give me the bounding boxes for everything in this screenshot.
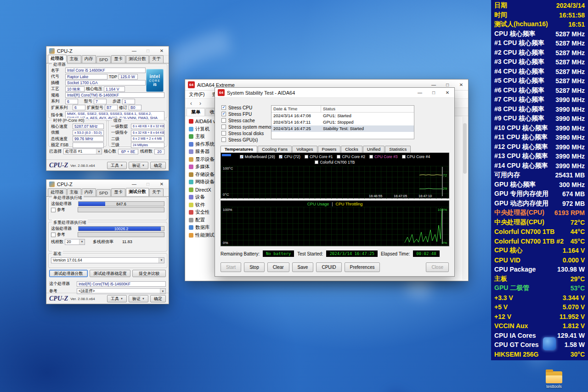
stress-cpu-button[interactable]: 测试处理器稳定度 <box>90 270 131 277</box>
tree-item-icon <box>189 142 193 147</box>
stress-option[interactable]: Stress cache <box>221 117 275 124</box>
maximize-icon[interactable]: □ <box>427 88 441 97</box>
bench-cpu-button[interactable]: 测试处理器分数 <box>49 270 88 277</box>
cpuz-tab[interactable]: 测试分数 <box>126 55 149 63</box>
ratio-value: 11.83 <box>122 239 132 244</box>
cpuz-tab[interactable]: 显卡 <box>111 188 125 196</box>
legend-item[interactable]: CPU Core #4 <box>402 154 430 159</box>
checkbox-icon[interactable] <box>221 125 226 129</box>
validate-button[interactable]: 验证▼ <box>129 295 148 302</box>
log-row[interactable]: 2024/3/14 16:47:25 Stability Test: Start… <box>271 125 414 132</box>
threads-select[interactable]: 20▼ <box>65 239 85 245</box>
tree-item-icon <box>189 195 193 199</box>
sst-titlebar[interactable]: 64 System Stability Test - AIDA64 — □ ✕ <box>215 88 454 98</box>
panel-tab[interactable]: 菜单 <box>187 108 205 116</box>
cpuz-tab[interactable]: 显卡 <box>111 55 125 63</box>
stress-option[interactable]: Stress GPU(s) <box>221 136 275 143</box>
legend-checkbox-icon[interactable] <box>337 155 340 159</box>
cpuz-tab[interactable]: 内存 <box>82 55 96 63</box>
stress-option[interactable]: ✓ Stress CPU <box>221 104 275 111</box>
cpuz-tab[interactable]: 测试分数 <box>126 188 149 196</box>
close-icon[interactable]: ✕ <box>454 80 468 90</box>
scrollbar-thumb[interactable] <box>463 123 467 174</box>
legend-checkbox-icon[interactable]: ✓ <box>240 155 243 159</box>
legend-checkbox-icon[interactable]: ✓ <box>279 155 283 159</box>
tools-button[interactable]: 工具▼ <box>107 295 127 302</box>
close-icon[interactable]: ✕ <box>155 46 169 55</box>
benchmark-version-select[interactable]: Version 17.01.64▼ <box>51 257 164 263</box>
sst-app-icon: 64 <box>218 89 225 96</box>
cpuz-tab[interactable]: 主板 <box>67 55 81 63</box>
cpuz-version: Ver. 2.08.0.x64 <box>70 164 95 168</box>
close-icon[interactable]: ✕ <box>155 180 169 188</box>
back-icon[interactable]: ‹ <box>187 100 195 107</box>
cpuz-tab[interactable]: 关于 <box>149 55 164 63</box>
log-col-datetime[interactable]: Date & Time <box>271 106 321 112</box>
reference-checkbox-icon[interactable] <box>51 233 56 237</box>
test-log-list[interactable]: Date & Time Status 2024/3/14 16:47:08 GP… <box>271 105 414 139</box>
tdp-field: 125.0 W <box>119 74 138 80</box>
sst-button[interactable]: Preferences <box>345 262 380 272</box>
forward-icon[interactable]: › <box>196 100 204 107</box>
cpuz-tab[interactable]: SPD <box>96 56 111 63</box>
legend-checkbox-icon[interactable] <box>369 155 373 159</box>
log-row[interactable]: 2024/3/14 16:47:11 GPU1: Stopped <box>271 119 414 125</box>
validate-button[interactable]: 验证▼ <box>129 162 148 169</box>
vertical-scrollbar[interactable] <box>462 117 468 280</box>
submit-compare-button[interactable]: 提交并比较 <box>132 270 166 277</box>
cpuz-tab[interactable]: 关于 <box>149 188 164 196</box>
checkbox-icon[interactable] <box>221 137 226 142</box>
sensor-label: #12 CPU 核心频率 <box>494 143 548 151</box>
sst-button[interactable]: Start <box>220 262 241 272</box>
sensor-label: Colorful CN700 1TB <box>494 228 554 235</box>
tools-button[interactable]: 工具▼ <box>107 162 127 169</box>
log-row[interactable]: 2024/3/14 16:47:08 GPU1: Started <box>271 113 414 119</box>
processor-select[interactable]: 处理器 #1▼ <box>63 148 102 154</box>
legend-item[interactable]: CPU Core #3 <box>369 154 398 159</box>
checkbox-icon[interactable] <box>221 131 226 136</box>
sst-tab[interactable]: Clocks <box>341 146 362 153</box>
legend-item[interactable]: Colorful CN700 1TB <box>315 160 355 165</box>
sensor-label: #5 CPU 核心频率 <box>494 77 544 85</box>
checkbox-icon[interactable]: ✓ <box>221 112 226 116</box>
minimize-icon[interactable]: — <box>127 46 141 55</box>
reference-checkbox-icon[interactable] <box>51 208 56 212</box>
sst-tab[interactable]: Powers <box>318 146 341 153</box>
sst-button[interactable]: Stop <box>244 262 265 272</box>
sst-tab[interactable]: Unified <box>363 146 385 153</box>
desktop-folder[interactable]: testtools <box>540 371 568 389</box>
cpuz-titlebar[interactable]: CPU-Z — □ ✕ <box>46 46 169 56</box>
checkbox-icon[interactable]: ✓ <box>221 105 226 110</box>
core-voltage-label: 核心电压 <box>86 86 102 92</box>
minimize-icon[interactable]: — <box>413 88 427 97</box>
legend-checkbox-icon[interactable] <box>402 155 406 159</box>
cpuz-titlebar[interactable]: CPU-Z — □ ✕ <box>46 180 169 189</box>
checkbox-icon[interactable] <box>221 118 226 123</box>
stress-option[interactable]: ✓ Stress FPU <box>221 111 275 117</box>
sst-button[interactable]: CPUID <box>316 262 341 272</box>
legend-checkbox-icon[interactable] <box>305 155 308 159</box>
sst-tab[interactable]: Statistics <box>385 146 411 153</box>
legend-checkbox-icon[interactable] <box>315 160 318 164</box>
ok-button[interactable]: 确定 <box>150 162 166 169</box>
cpuz-tab[interactable]: SPD <box>96 189 111 196</box>
ok-button[interactable]: 确定 <box>150 295 166 302</box>
legend-item[interactable]: ✓ CPU (72) <box>279 154 300 159</box>
sst-button[interactable]: Save <box>292 262 314 272</box>
desktop-shortcut-icon[interactable] <box>543 337 556 350</box>
sst-tab[interactable]: Voltages <box>292 146 317 153</box>
stress-option[interactable]: Stress local disks <box>221 130 275 136</box>
close-button[interactable]: Close <box>426 262 449 272</box>
legend-item[interactable]: CPU Core #1 <box>305 154 333 159</box>
menu-item[interactable]: 文件(F) <box>185 91 208 98</box>
close-icon[interactable]: ✕ <box>441 88 454 97</box>
legend-item[interactable]: ✓ Motherboard (29) <box>240 154 275 159</box>
sst-tab[interactable]: Cooling Fans <box>258 146 292 153</box>
minimize-icon[interactable]: — <box>127 180 141 188</box>
cpuz-tab[interactable]: 内存 <box>82 188 96 196</box>
stress-option[interactable]: Stress system memory <box>221 124 275 130</box>
sst-button[interactable]: Clear <box>267 262 289 272</box>
log-col-status[interactable]: Status <box>321 106 337 112</box>
legend-item[interactable]: CPU Core #2 <box>337 154 365 159</box>
sst-tab[interactable]: Temperatures <box>220 146 257 153</box>
